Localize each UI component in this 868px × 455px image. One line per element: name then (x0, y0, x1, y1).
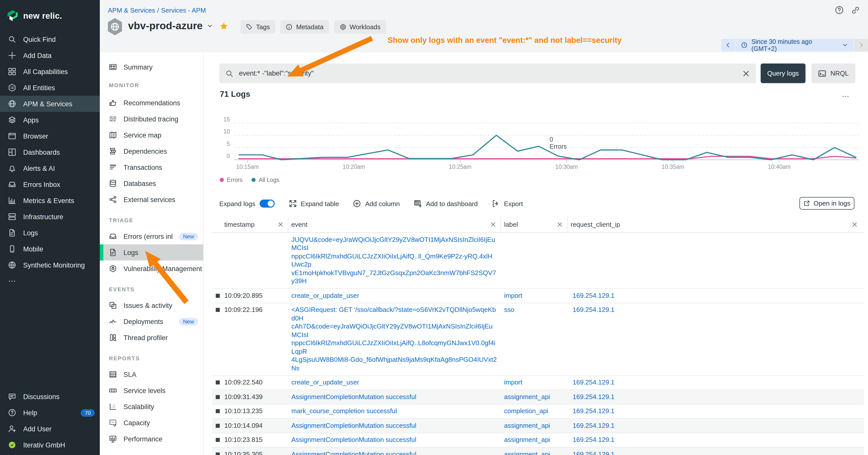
sidebar-item-all-entities[interactable]: All Entities (0, 79, 100, 96)
event-link[interactable]: <ASGIRequest: GET '/sso/callback/?state=… (291, 306, 497, 323)
subnav-item-capacity[interactable]: Capacity (100, 415, 203, 431)
ip-link[interactable]: 169.254.129.1 (572, 306, 615, 314)
subnav-item-recommendations[interactable]: Recommendations (100, 95, 203, 111)
workloads-button[interactable]: Workloads (334, 20, 386, 34)
label-link[interactable]: import (504, 379, 522, 386)
subnav-item-dependencies[interactable]: Dependencies (100, 143, 203, 159)
sidebar-item-add-data[interactable]: Add Data (0, 47, 100, 64)
subnav-item-issues-activity[interactable]: Issues & activity (100, 297, 203, 314)
log-query-input[interactable] (238, 69, 738, 77)
subnav-item-sla[interactable]: SLA (100, 366, 203, 383)
ip-link[interactable]: 169.254.129.1 (572, 436, 615, 444)
table-row[interactable]: 10:09:22.540create_or_update_userimport1… (212, 376, 864, 390)
subnav-item-summary[interactable]: Summary (100, 59, 203, 75)
breadcrumb-services-apm[interactable]: Services - APM (161, 6, 206, 14)
sidebar-item-apps[interactable]: Apps (0, 112, 100, 128)
sidebar-item-errors-inbox[interactable]: Errors Inbox (0, 176, 100, 193)
sidebar-item-logs[interactable]: Logs (0, 225, 100, 241)
sidebar-footer-discussions[interactable]: Discussions (0, 389, 100, 404)
legend-item-all-logs[interactable]: All Logs (252, 177, 279, 183)
event-link[interactable]: cAh7D&code=eyJraWQiOiJjcGltY29yZV8wOTI1M… (291, 323, 497, 339)
page-title[interactable]: vbv-prod-azure (128, 20, 213, 32)
clear-search-icon[interactable] (742, 69, 750, 77)
nrql-button[interactable]: NRQL (811, 64, 856, 83)
open-in-logs-button[interactable]: Open in logs (800, 197, 855, 209)
label-link[interactable]: assignment_api (504, 422, 550, 429)
ip-link[interactable]: 169.254.129.1 (572, 407, 615, 415)
table-row[interactable]: 10:09:22.196<ASGIRequest: GET '/sso/call… (212, 303, 864, 376)
expand-table-button[interactable]: Expand table (288, 199, 339, 207)
sidebar-item-more[interactable] (0, 273, 100, 289)
table-row[interactable]: 10:10:14.094AssignmentCompletionMutation… (212, 419, 864, 433)
metadata-button[interactable]: Metadata (280, 20, 329, 34)
label-link[interactable]: sso (504, 306, 514, 314)
label-link[interactable]: assignment_api (504, 393, 550, 400)
sidebar-item-alerts-ai[interactable]: Alerts & AI (0, 160, 100, 176)
sidebar-item-all-capabilities[interactable]: All Capabilities (0, 64, 100, 79)
sidebar-item-quick-find[interactable]: Quick Find (0, 31, 100, 47)
legend-item-errors[interactable]: Errors (220, 177, 243, 183)
breadcrumb-apm-services[interactable]: APM & Services (108, 6, 155, 14)
time-picker-next-button[interactable] (854, 39, 868, 52)
event-link[interactable]: vE1moHpkhokTVBvguN7_72JtGzGsqxZpn2OaKc3n… (291, 269, 497, 286)
expand-logs-toggle[interactable] (259, 199, 275, 207)
event-link[interactable]: AssignmentCompletionMutation successful (291, 450, 497, 455)
help-circle-icon[interactable] (835, 5, 844, 14)
sidebar-footer-help[interactable]: Help70 (0, 404, 100, 421)
remove-column-icon[interactable] (557, 221, 563, 228)
event-link[interactable]: create_or_update_user (291, 379, 497, 387)
table-row[interactable]: JUQVU&code=eyJraWQiOiJjcGltY29yZV8wOTI1M… (212, 233, 864, 289)
event-link[interactable]: JUQVU&code=eyJraWQiOiJjcGltY29yZV8wOTI1M… (291, 235, 497, 252)
subnav-item-thread-profiler[interactable]: Thread profiler (100, 329, 203, 346)
event-link[interactable]: AssignmentCompletionMutation successful (291, 436, 497, 444)
chevron-down-icon[interactable] (207, 23, 213, 29)
subnav-item-scalability[interactable]: Scalability (100, 398, 203, 415)
event-link[interactable]: 4LgSjsuUW8B0Mi8-Gdo_f6ofWhjpatNs9jaMs9qK… (291, 356, 497, 372)
label-link[interactable]: completion_api (504, 407, 548, 415)
ip-link[interactable]: 169.254.129.1 (572, 292, 615, 299)
subnav-item-external-services[interactable]: External services (100, 192, 203, 207)
favorite-star-icon[interactable] (219, 22, 228, 31)
subnav-item-service-map[interactable]: Service map (100, 127, 203, 143)
add-to-dashboard-button[interactable]: Add to dashboard (414, 199, 477, 207)
sidebar-item-infrastructure[interactable]: Infrastructure (0, 208, 100, 225)
subnav-item-deployments[interactable]: DeploymentsNew (100, 314, 203, 329)
sidebar-item-apm-services[interactable]: APM & Services (0, 96, 100, 112)
table-row[interactable]: 10:09:31.439AssignmentCompletionMutation… (212, 390, 864, 404)
remove-column-icon[interactable] (851, 221, 858, 228)
subnav-item-databases[interactable]: Databases (100, 175, 203, 192)
chart-menu-button[interactable]: ⋯ (842, 92, 850, 101)
subnav-item-performance[interactable]: Performance (100, 431, 203, 447)
ip-link[interactable]: 169.254.129.1 (572, 422, 615, 429)
sidebar-item-browser[interactable]: Browser (0, 128, 100, 144)
table-row[interactable]: 10:10:13.235mark_course_completion succe… (212, 404, 864, 419)
subnav-item-errors-errors-inb[interactable]: Errors (errors inb...New (100, 228, 203, 245)
time-picker-dropdown[interactable]: Since 30 minutes ago (GMT+2) (736, 39, 854, 52)
sidebar-item-metrics-events[interactable]: Metrics & Events (0, 193, 100, 208)
event-link[interactable]: mark_course_completion successful (291, 407, 497, 416)
label-link[interactable]: assignment_api (504, 450, 550, 455)
label-link[interactable]: assignment_api (504, 436, 550, 444)
sidebar-footer-add-user[interactable]: Add User (0, 421, 100, 437)
subnav-item-service-levels[interactable]: Service levels (100, 383, 203, 398)
tags-button[interactable]: Tags (241, 20, 276, 34)
label-link[interactable]: import (504, 292, 522, 299)
ip-link[interactable]: 169.254.129.1 (572, 393, 615, 400)
query-logs-button[interactable]: Query logs (761, 64, 806, 83)
sidebar-footer-iterativ-gmbh[interactable]: Iterativ GmbH (0, 437, 100, 453)
event-link[interactable]: create_or_update_user (291, 292, 497, 300)
sidebar-item-synthetic-monitoring[interactable]: Synthetic Monitoring (0, 257, 100, 273)
time-picker-prev-button[interactable] (721, 39, 735, 52)
add-column-button[interactable]: Add column (353, 199, 400, 207)
new-relic-logo[interactable]: new relic. (0, 0, 100, 24)
ip-link[interactable]: 169.254.129.1 (572, 450, 615, 455)
sidebar-item-mobile[interactable]: Mobile (0, 241, 100, 257)
subnav-item-distributed-tracing[interactable]: Distributed tracing (100, 111, 203, 127)
event-link[interactable]: AssignmentCompletionMutation successful (291, 422, 497, 430)
subnav-item-logs[interactable]: Logs (100, 245, 203, 260)
table-row[interactable]: 10:09:20.895create_or_update_userimport1… (212, 289, 864, 303)
export-button[interactable]: Export (492, 199, 523, 207)
event-link[interactable]: nppcCI6IkRlZmxhdGUiLCJzZXIiOiIxLjAifQ..I… (291, 252, 497, 269)
ip-link[interactable]: 169.254.129.1 (572, 379, 615, 386)
table-row[interactable]: 10:10:23.815AssignmentCompletionMutation… (212, 433, 864, 448)
